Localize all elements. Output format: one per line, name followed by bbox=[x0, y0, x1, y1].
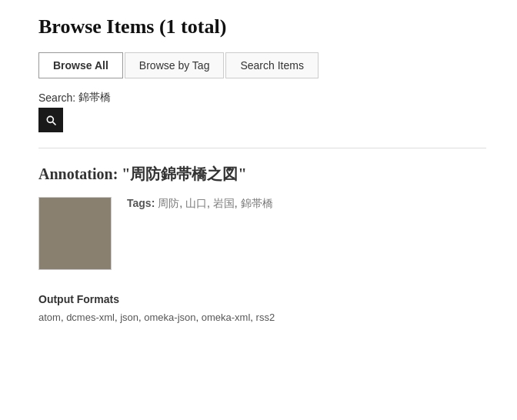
tab-browse-by-tag[interactable]: Browse by Tag bbox=[125, 52, 225, 78]
format-link-json[interactable]: json bbox=[120, 312, 138, 323]
search-row: Search: 錦帯橋 bbox=[38, 91, 486, 132]
output-formats-links: atom, dcmes-xml, json, omeka-json, omeka… bbox=[38, 312, 486, 323]
tab-browse-all[interactable]: Browse All bbox=[38, 52, 123, 78]
annotation-content: Tags: 周防, 山口, 岩国, 錦帯橋 bbox=[38, 197, 486, 270]
tag-link-3[interactable]: 錦帯橋 bbox=[241, 197, 273, 209]
search-button[interactable] bbox=[38, 108, 63, 132]
search-value: 錦帯橋 bbox=[78, 91, 111, 105]
search-btn-row bbox=[38, 108, 486, 132]
annotation-title-prefix: Annotation: bbox=[38, 165, 118, 182]
format-link-omeka-json[interactable]: omeka-json bbox=[144, 312, 195, 323]
tags-list: 周防, 山口, 岩国, 錦帯橋 bbox=[158, 197, 272, 209]
tab-search-items[interactable]: Search Items bbox=[225, 52, 318, 78]
tag-link-0[interactable]: 周防 bbox=[158, 197, 179, 209]
tabs-container: Browse All Browse by Tag Search Items bbox=[38, 52, 486, 78]
search-label: Search: bbox=[38, 92, 75, 104]
annotation-thumbnail[interactable] bbox=[38, 197, 112, 270]
annotation-title-text: "周防錦帯橋之図" bbox=[118, 165, 246, 182]
tag-link-1[interactable]: 山口 bbox=[185, 197, 207, 209]
annotation-title: Annotation: "周防錦帯橋之図" bbox=[38, 164, 486, 185]
format-link-dcmes-xml[interactable]: dcmes-xml bbox=[66, 312, 115, 323]
tags-label: Tags: bbox=[127, 197, 155, 209]
format-link-rss2[interactable]: rss2 bbox=[256, 312, 275, 323]
page-title: Browse Items (1 total) bbox=[38, 15, 486, 38]
search-icon bbox=[45, 114, 57, 126]
tag-link-2[interactable]: 岩国 bbox=[213, 197, 235, 209]
format-link-atom[interactable]: atom bbox=[38, 312, 61, 323]
divider bbox=[38, 148, 486, 148]
output-formats-title: Output Formats bbox=[38, 293, 486, 305]
tags-row: Tags: 周防, 山口, 岩国, 錦帯橋 bbox=[127, 197, 273, 211]
search-text-row: Search: 錦帯橋 bbox=[38, 91, 486, 105]
annotation-meta: Tags: 周防, 山口, 岩国, 錦帯橋 bbox=[127, 197, 273, 211]
page-wrapper: Browse Items (1 total) Browse All Browse… bbox=[0, 0, 517, 354]
format-link-omeka-xml[interactable]: omeka-xml bbox=[202, 312, 251, 323]
output-formats-section: Output Formats atom, dcmes-xml, json, om… bbox=[38, 293, 486, 323]
